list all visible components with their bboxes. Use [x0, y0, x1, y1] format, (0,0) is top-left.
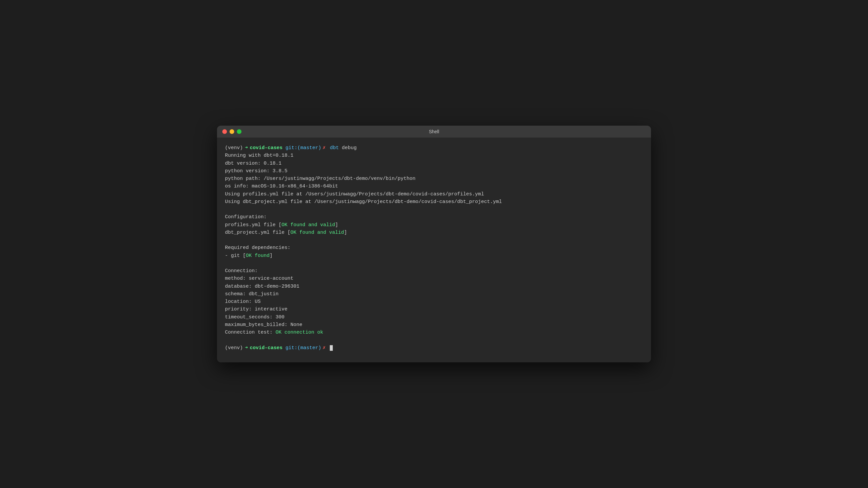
prompt-venv-1: (venv)	[225, 144, 243, 152]
conn-line-5: timeout_seconds: 300	[225, 314, 643, 321]
prompt-venv-2: (venv)	[225, 344, 243, 352]
conn-test-line: Connection test: OK connection ok	[225, 329, 643, 336]
config-header: Configuration:	[225, 213, 643, 221]
conn-line-4: priority: interactive	[225, 305, 643, 313]
close-button[interactable]	[222, 129, 227, 134]
deps-prefix-0: - git [	[225, 253, 246, 259]
traffic-lights	[222, 129, 242, 134]
titlebar: Shell	[217, 126, 651, 137]
conn-line-2: schema: dbt_justin	[225, 290, 643, 298]
deps-suffix-0: ]	[270, 253, 273, 259]
minimize-button[interactable]	[229, 129, 234, 134]
config-suffix-0: ]	[335, 222, 338, 228]
config-prefix-0: profiles.yml file [	[225, 222, 281, 228]
output-line-0: Running with dbt=0.18.1	[225, 152, 643, 159]
output-line-4: os info: macOS-10.16-x86_64-i386-64bit	[225, 183, 643, 190]
output-line-2: python version: 3.8.5	[225, 167, 643, 175]
config-ok-0: OK found and valid	[281, 222, 335, 228]
output-line-1: dbt version: 0.18.1	[225, 160, 643, 167]
prompt-arg-1: debug	[342, 144, 356, 152]
config-prefix-1: dbt_project.yml file [	[225, 230, 290, 235]
terminal-body[interactable]: (venv) ➜ covid-cases git:(master) ✗ dbt …	[217, 137, 651, 362]
prompt-arrow-2: ➜	[245, 344, 248, 352]
deps-ok-0: OK found	[246, 253, 270, 259]
conn-test-ok: OK connection ok	[276, 330, 323, 335]
conn-test-prefix: Connection test:	[225, 330, 276, 335]
prompt-cmd-1: dbt	[330, 144, 339, 152]
conn-line-0: method: service-account	[225, 275, 643, 282]
output-line-6: Using dbt_project.yml file at /Users/jus…	[225, 198, 643, 206]
conn-line-3: location: US	[225, 298, 643, 305]
config-suffix-1: ]	[344, 230, 347, 235]
conn-header: Connection:	[225, 267, 643, 275]
prompt-git-2: git:(master)	[285, 344, 321, 352]
prompt-x-2: ✗	[322, 344, 326, 352]
config-line-1: dbt_project.yml file [OK found and valid…	[225, 229, 643, 236]
prompt-x-1: ✗	[322, 144, 326, 152]
deps-line-0: - git [OK found]	[225, 252, 643, 260]
conn-line-1: database: dbt-demo-296301	[225, 283, 643, 290]
output-line-5: Using profiles.yml file at /Users/justin…	[225, 190, 643, 198]
config-ok-1: OK found and valid	[290, 230, 344, 235]
prompt-dir-2: covid-cases	[250, 344, 282, 352]
prompt-arrow-1: ➜	[245, 144, 248, 152]
prompt-line-2: (venv) ➜ covid-cases git:(master) ✗	[225, 344, 643, 352]
prompt-line-1: (venv) ➜ covid-cases git:(master) ✗ dbt …	[225, 144, 643, 152]
terminal-window: Shell (venv) ➜ covid-cases git:(master) …	[217, 126, 651, 362]
prompt-git-1: git:(master)	[285, 144, 321, 152]
output-line-3: python path: /Users/justinwagg/Projects/…	[225, 175, 643, 183]
conn-line-6: maximum_bytes_billed: None	[225, 321, 643, 329]
maximize-button[interactable]	[237, 129, 242, 134]
prompt-dir-1: covid-cases	[250, 144, 282, 152]
cursor	[330, 345, 333, 351]
window-title: Shell	[429, 129, 439, 134]
config-line-0: profiles.yml file [OK found and valid]	[225, 221, 643, 229]
deps-header: Required dependencies:	[225, 244, 643, 252]
